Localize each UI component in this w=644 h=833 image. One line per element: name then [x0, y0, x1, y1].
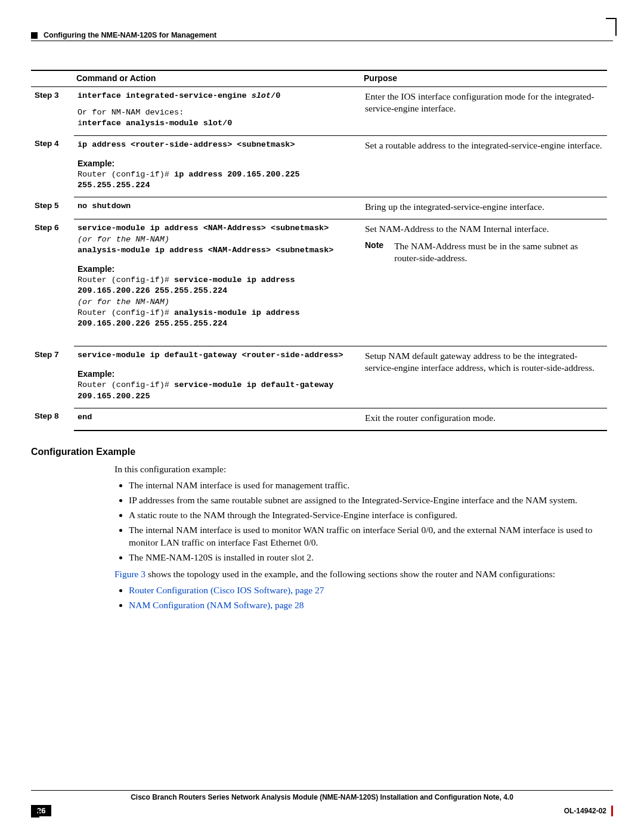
xref-link[interactable]: NAM Configuration (NAM Software), page 2…	[129, 600, 304, 610]
example-heading: Example:	[78, 159, 358, 168]
purpose-cell: Setup NAM default gateway address to be …	[361, 346, 607, 408]
figure-reference-line: Figure 3 shows the topology used in the …	[114, 568, 607, 581]
example-heading: Example:	[78, 264, 358, 274]
step-label: Step 5	[31, 197, 74, 219]
note-label: Note	[365, 240, 383, 264]
purpose-cell: Enter the IOS interface configuration mo…	[361, 87, 607, 136]
col-blank	[31, 70, 74, 87]
crop-mark-bottom-left	[31, 809, 39, 817]
section-body: In this configuration example: The inter…	[114, 463, 607, 612]
note-text: The NAM-Address must be in the same subn…	[394, 240, 603, 264]
list-item: IP addresses from the same routable subn…	[129, 494, 607, 507]
bullet-list: The internal NAM interface is used for m…	[114, 479, 607, 564]
command-cell: ip address <router-side-address> <subnet…	[74, 135, 361, 197]
page: Configuring the NME-NAM-120S for Managem…	[0, 0, 644, 833]
list-item: NAM Configuration (NAM Software), page 2…	[129, 599, 607, 612]
table-row: Step 4 ip address <router-side-address> …	[31, 135, 607, 197]
table-row: Step 5 no shutdown Bring up the integrat…	[31, 197, 607, 219]
xref-link[interactable]: Router Configuration (Cisco IOS Software…	[129, 585, 324, 595]
crop-mark-top-right	[609, 18, 617, 36]
figure-link[interactable]: Figure 3	[114, 569, 145, 579]
command-cell: service-module ip address <NAM-Address> …	[74, 219, 361, 346]
running-header: Configuring the NME-NAM-120S for Managem…	[31, 31, 613, 39]
step-label: Step 3	[31, 87, 74, 136]
intro-text: In this configuration example:	[114, 463, 607, 476]
purpose-cell: Set NAM-Address to the NAM Internal inte…	[361, 219, 607, 346]
col-command: Command or Action	[74, 70, 361, 87]
page-footer: Cisco Branch Routers Series Network Anal…	[31, 790, 613, 816]
col-purpose: Purpose	[361, 70, 607, 87]
purpose-cell: Exit the router configuration mode.	[361, 408, 607, 431]
list-item: A static route to the NAM through the In…	[129, 509, 607, 522]
command-cell: interface integrated-service-engine slot…	[74, 87, 361, 136]
footer-title: Cisco Branch Routers Series Network Anal…	[31, 793, 613, 801]
step-label: Step 4	[31, 135, 74, 197]
command-cell: service-module ip default-gateway <route…	[74, 346, 361, 408]
table-row: Step 7 service-module ip default-gateway…	[31, 346, 607, 408]
table-row: Step 3 interface integrated-service-engi…	[31, 87, 607, 136]
list-item: The internal NAM interface is used to mo…	[129, 524, 607, 549]
document-number: OL-14942-02	[564, 807, 606, 815]
change-bar-icon	[611, 806, 613, 816]
header-title: Configuring the NME-NAM-120S for Managem…	[44, 31, 216, 39]
link-list: Router Configuration (Cisco IOS Software…	[114, 584, 607, 612]
table-row: Step 8 end Exit the router configuration…	[31, 408, 607, 431]
steps-table: Command or Action Purpose Step 3 interfa…	[31, 70, 607, 431]
list-item: Router Configuration (Cisco IOS Software…	[129, 584, 607, 597]
list-item: The NME-NAM-120S is installed in router …	[129, 552, 607, 564]
step-label: Step 8	[31, 408, 74, 431]
example-heading: Example:	[78, 369, 358, 379]
header-rule	[31, 41, 613, 41]
table-row: Step 6 service-module ip address <NAM-Ad…	[31, 219, 607, 346]
list-item: The internal NAM interface is used for m…	[129, 479, 607, 492]
footer-rule	[31, 790, 613, 791]
command-cell: no shutdown	[74, 197, 361, 219]
purpose-cell: Bring up the integrated-service-engine i…	[361, 197, 607, 219]
header-square-icon	[31, 32, 38, 39]
step-label: Step 7	[31, 346, 74, 408]
command-cell: end	[74, 408, 361, 431]
step-label: Step 6	[31, 219, 74, 346]
purpose-cell: Set a routable address to the integrated…	[361, 135, 607, 197]
section-heading: Configuration Example	[31, 447, 607, 457]
